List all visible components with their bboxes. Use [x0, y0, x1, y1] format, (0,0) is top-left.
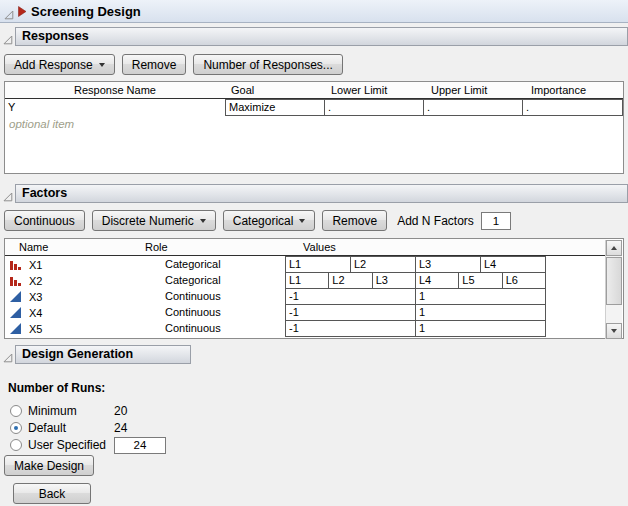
minimum-radio[interactable]	[10, 405, 22, 417]
remove-response-button[interactable]: Remove	[122, 54, 187, 75]
factor-value-cell[interactable]: 1	[415, 320, 546, 337]
default-runs-value: 24	[114, 421, 127, 435]
disclosure-open-icon[interactable]	[4, 6, 14, 16]
response-row: Y Maximize . . .	[5, 99, 623, 116]
design-generation-section-title: Design Generation	[22, 347, 133, 361]
factor-row-x4: X4 Continuous -1 1	[5, 304, 606, 321]
factor-name: X5	[29, 321, 42, 337]
factor-values-strip: -1 1	[285, 288, 546, 305]
minimum-runs-value: 20	[114, 404, 127, 418]
responses-table-header: Response Name Goal Lower Limit Upper Lim…	[5, 82, 623, 99]
default-runs-option: Default 24	[10, 420, 127, 436]
response-importance-cell[interactable]: .	[522, 99, 623, 116]
scroll-up-icon[interactable]	[606, 240, 622, 256]
column-header-importance: Importance	[525, 82, 623, 98]
response-upper-limit-cell[interactable]: .	[423, 99, 523, 116]
factor-value-cell[interactable]: -1	[285, 304, 416, 321]
add-n-factors-input[interactable]	[481, 212, 511, 230]
user-specified-runs-option: User Specified	[10, 437, 166, 453]
factor-value-cell[interactable]: L2	[350, 256, 416, 273]
factor-role: Categorical	[165, 258, 221, 270]
user-specified-radio[interactable]	[10, 439, 22, 451]
add-response-button[interactable]: Add Response	[4, 54, 115, 75]
responses-toolbar: Add Response Remove Number of Responses.…	[4, 54, 343, 75]
user-specified-radio-label[interactable]: User Specified	[28, 438, 114, 452]
nominal-icon	[10, 259, 21, 270]
factors-table: Name Role Values X1 Categorical L1 L2 L3…	[4, 238, 624, 339]
factor-value-cell[interactable]: L1	[285, 272, 329, 289]
factor-role-cell[interactable]: Continuous	[140, 288, 285, 305]
remove-factor-button[interactable]: Remove	[322, 210, 387, 231]
factor-value-cell[interactable]: -1	[285, 320, 416, 337]
add-n-factors-label: Add N Factors	[397, 214, 474, 228]
responses-disclosure-icon[interactable]	[3, 31, 13, 41]
factor-value-cell[interactable]: L3	[372, 272, 416, 289]
factors-scrollbar[interactable]	[605, 240, 622, 339]
factor-name-cell[interactable]: X3	[5, 288, 140, 305]
factor-value-cell[interactable]: L5	[458, 272, 502, 289]
factor-name-cell[interactable]: X4	[5, 304, 140, 321]
categorical-button[interactable]: Categorical	[223, 210, 316, 231]
dropdown-arrow-icon	[200, 219, 206, 223]
dropdown-arrow-icon	[99, 63, 105, 67]
factor-name-cell[interactable]: X5	[5, 320, 140, 337]
factor-name: X4	[29, 305, 42, 321]
continuous-button[interactable]: Continuous	[4, 210, 85, 231]
factor-values-strip: L1 L2 L3 L4	[285, 256, 546, 273]
screening-design-window: Screening Design Responses Add Response …	[0, 0, 628, 506]
factor-name-cell[interactable]: X1	[5, 256, 140, 273]
default-radio[interactable]	[10, 422, 22, 434]
make-design-button[interactable]: Make Design	[4, 455, 94, 476]
column-header-response-name: Response Name	[5, 82, 225, 98]
user-specified-runs-input[interactable]	[114, 437, 166, 454]
response-lower-limit-cell[interactable]: .	[324, 99, 424, 116]
factor-value-cell[interactable]: L3	[415, 256, 481, 273]
factor-role: Continuous	[165, 306, 221, 318]
optional-item-row[interactable]: optional item	[5, 116, 623, 133]
design-generation-section-header[interactable]: Design Generation	[15, 345, 191, 364]
factor-value-cell[interactable]: L4	[480, 256, 546, 273]
factor-row-x1: X1 Categorical L1 L2 L3 L4	[5, 256, 606, 273]
back-button[interactable]: Back	[13, 483, 91, 504]
factor-value-cell[interactable]: L4	[415, 272, 459, 289]
factor-value-cell[interactable]: -1	[285, 288, 416, 305]
responses-section-header[interactable]: Responses	[15, 27, 628, 46]
factors-section-title: Factors	[22, 186, 67, 200]
factor-name: X3	[29, 289, 42, 305]
response-goal-cell[interactable]: Maximize	[225, 99, 325, 116]
factor-row-x5: X5 Continuous -1 1	[5, 320, 606, 337]
column-header-role: Role	[140, 239, 285, 255]
factor-role-cell[interactable]: Continuous	[140, 320, 285, 337]
factors-table-header: Name Role Values	[5, 239, 606, 256]
factor-value-cell[interactable]: L2	[328, 272, 372, 289]
factors-section-header[interactable]: Factors	[15, 184, 628, 203]
scroll-down-icon[interactable]	[606, 323, 622, 339]
default-radio-label[interactable]: Default	[28, 421, 114, 435]
minimum-runs-option: Minimum 20	[10, 403, 127, 419]
factor-value-cell[interactable]: 1	[415, 288, 546, 305]
responses-section-title: Responses	[22, 29, 89, 43]
nominal-icon	[10, 275, 21, 286]
factor-name: X2	[29, 273, 42, 289]
scrollbar-thumb[interactable]	[606, 257, 622, 305]
factor-row-x3: X3 Continuous -1 1	[5, 288, 606, 305]
factors-toolbar: Continuous Discrete Numeric Categorical …	[4, 210, 511, 231]
discrete-numeric-button[interactable]: Discrete Numeric	[92, 210, 216, 231]
factor-role-cell[interactable]: Categorical	[140, 272, 285, 289]
factor-role-cell[interactable]: Continuous	[140, 304, 285, 321]
factor-value-cell[interactable]: 1	[415, 304, 546, 321]
continuous-icon	[10, 307, 21, 318]
factors-disclosure-icon[interactable]	[3, 188, 13, 198]
design-generation-disclosure-icon[interactable]	[3, 349, 13, 359]
minimum-radio-label[interactable]: Minimum	[28, 404, 114, 418]
factor-value-cell[interactable]: L6	[502, 272, 546, 289]
number-of-responses-button[interactable]: Number of Responses...	[193, 54, 342, 75]
response-name-cell[interactable]: Y	[5, 99, 225, 116]
red-triangle-icon[interactable]	[17, 6, 27, 17]
factor-values-strip: -1 1	[285, 320, 546, 337]
screening-design-header[interactable]: Screening Design	[0, 0, 628, 23]
continuous-icon	[10, 291, 21, 302]
factor-value-cell[interactable]: L1	[285, 256, 351, 273]
factor-name-cell[interactable]: X2	[5, 272, 140, 289]
factor-role-cell[interactable]: Categorical	[140, 256, 285, 273]
